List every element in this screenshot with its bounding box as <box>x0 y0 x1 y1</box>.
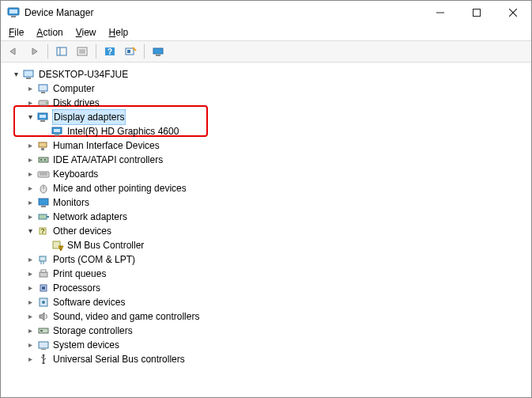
svg-point-60 <box>43 354 45 357</box>
titlebar: Device Manager <box>1 1 531 25</box>
node-sound[interactable]: ▸ Sound, video and game controllers <box>4 309 528 324</box>
show-hide-console-button[interactable] <box>52 43 71 60</box>
node-intel-graphics[interactable]: ▸ Intel(R) HD Graphics 4600 <box>4 124 528 138</box>
svg-rect-41 <box>39 199 48 205</box>
chevron-right-icon[interactable]: ▸ <box>25 169 36 180</box>
toolbar: ? <box>1 40 531 63</box>
software-device-icon <box>37 296 50 309</box>
svg-rect-18 <box>156 55 160 56</box>
menu-action[interactable]: Action <box>33 26 66 39</box>
node-mice[interactable]: ▸ Mice and other pointing devices <box>4 181 528 195</box>
chevron-down-icon[interactable]: ▾ <box>25 226 36 237</box>
node-system-devices[interactable]: ▸ System devices <box>4 338 528 352</box>
close-button[interactable] <box>495 1 531 25</box>
svg-rect-42 <box>41 206 46 207</box>
svg-rect-21 <box>39 85 47 91</box>
menubar: File Action View Help <box>1 25 531 40</box>
computer-root-icon <box>23 68 36 81</box>
chevron-right-icon[interactable]: ▸ <box>25 282 36 294</box>
node-disk-drives[interactable]: ▸ Disk drives <box>4 96 528 110</box>
display-adapter-icon <box>51 125 64 138</box>
menu-help[interactable]: Help <box>106 26 132 39</box>
chevron-right-icon[interactable]: ▸ <box>25 325 36 336</box>
chevron-right-icon[interactable]: ▸ <box>25 311 36 322</box>
svg-rect-4 <box>474 9 481 17</box>
node-processors[interactable]: ▸ Processors <box>4 281 528 295</box>
monitor-action-button[interactable] <box>149 43 168 60</box>
chevron-right-icon[interactable]: ▸ <box>25 297 36 308</box>
node-display-adapters[interactable]: ▾ Display adapters <box>4 110 528 124</box>
node-monitors[interactable]: ▸ Monitors <box>4 195 528 210</box>
node-storage-controllers[interactable]: ▸ Storage controllers <box>4 324 528 338</box>
node-software-devices[interactable]: ▸ Software devices <box>4 295 528 309</box>
minimize-button[interactable] <box>422 1 458 25</box>
sound-icon <box>37 310 50 323</box>
root-label: DESKTOP-U34FJUE <box>39 67 128 81</box>
toolbar-separator <box>47 44 48 59</box>
maximize-button[interactable] <box>458 1 495 25</box>
node-ports[interactable]: ▸ Ports (COM & LPT) <box>4 252 528 267</box>
chevron-right-icon[interactable]: ▸ <box>25 140 36 151</box>
node-other-devices[interactable]: ▾ ? Other devices <box>4 224 528 238</box>
other-devices-icon: ? <box>37 225 50 237</box>
chevron-right-icon[interactable]: ▸ <box>25 83 36 94</box>
toolbar-separator <box>144 44 145 59</box>
chevron-right-icon[interactable]: ▸ <box>25 354 36 365</box>
menu-file[interactable]: File <box>6 26 27 39</box>
printer-icon <box>37 267 50 280</box>
properties-button[interactable] <box>73 43 92 60</box>
node-usb[interactable]: ▸ Universal Serial Bus controllers <box>4 352 528 366</box>
computer-icon <box>37 82 50 95</box>
node-print-queues[interactable]: ▸ Print queues <box>4 267 528 281</box>
svg-rect-56 <box>39 328 48 333</box>
help-button[interactable]: ? <box>100 43 119 60</box>
system-device-icon <box>37 339 50 351</box>
keyboard-icon <box>37 168 50 180</box>
tree-root[interactable]: ▾ DESKTOP-U34FJUE <box>4 67 528 81</box>
svg-rect-58 <box>39 342 48 348</box>
usb-icon <box>37 353 50 366</box>
node-ide[interactable]: ▸ IDE ATA/ATAPI controllers <box>4 153 528 167</box>
app-icon <box>7 6 20 19</box>
device-tree[interactable]: ▾ DESKTOP-U34FJUE ▸ Computer ▸ Disk driv… <box>1 63 531 397</box>
svg-rect-43 <box>39 214 47 219</box>
node-hid[interactable]: ▸ Human Interface Devices <box>4 138 528 153</box>
node-network[interactable]: ▸ Network adapters <box>4 210 528 224</box>
chevron-right-icon[interactable]: ▸ <box>25 268 36 279</box>
svg-point-24 <box>46 102 47 104</box>
svg-rect-33 <box>39 157 48 162</box>
processor-icon <box>37 282 50 294</box>
svg-rect-59 <box>41 349 46 350</box>
svg-rect-17 <box>153 48 163 54</box>
window-title: Device Manager <box>25 7 422 18</box>
toolbar-separator <box>96 44 96 59</box>
svg-rect-22 <box>41 92 45 93</box>
svg-rect-57 <box>40 330 43 332</box>
chevron-right-icon[interactable]: ▸ <box>25 97 36 108</box>
chevron-right-icon[interactable]: ▸ <box>25 254 36 265</box>
svg-rect-31 <box>39 142 47 147</box>
svg-rect-26 <box>40 115 46 118</box>
chevron-right-icon[interactable]: ▸ <box>25 197 36 208</box>
mouse-icon <box>37 182 50 195</box>
svg-text:?: ? <box>40 227 45 235</box>
scan-hardware-button[interactable] <box>121 43 140 60</box>
window-controls <box>422 1 531 25</box>
chevron-down-icon[interactable]: ▾ <box>10 69 21 80</box>
forward-button[interactable] <box>25 43 43 60</box>
svg-rect-49 <box>40 256 46 261</box>
node-keyboards[interactable]: ▸ Keyboards <box>4 167 528 181</box>
chevron-right-icon[interactable]: ▸ <box>25 154 36 165</box>
chevron-right-icon[interactable]: ▸ <box>25 339 36 351</box>
chevron-right-icon[interactable]: ▸ <box>25 211 36 222</box>
menu-view[interactable]: View <box>73 26 100 39</box>
svg-rect-29 <box>54 129 60 132</box>
ports-icon <box>37 253 50 266</box>
node-smbus[interactable]: ▸ ! SM Bus Controller <box>4 238 528 252</box>
back-button[interactable] <box>4 43 23 60</box>
svg-rect-53 <box>42 286 45 290</box>
disk-drive-icon <box>37 97 50 109</box>
node-computer[interactable]: ▸ Computer <box>4 81 528 96</box>
chevron-down-icon[interactable]: ▾ <box>25 112 36 123</box>
chevron-right-icon[interactable]: ▸ <box>25 183 36 194</box>
